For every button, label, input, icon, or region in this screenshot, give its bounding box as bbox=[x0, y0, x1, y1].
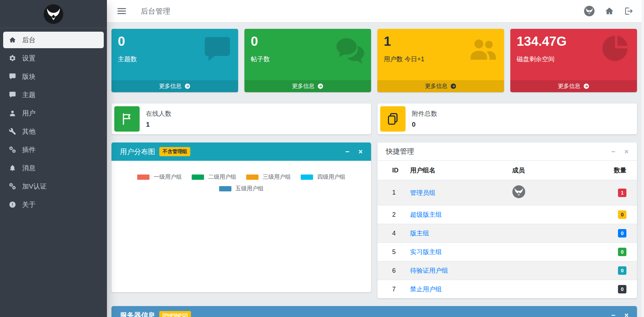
sidebar-item-dashboard[interactable]: 后台 bbox=[3, 32, 104, 48]
bell-icon bbox=[8, 164, 17, 172]
legend-item[interactable]: 三级用户组 bbox=[246, 173, 291, 181]
info-box: 在线人数 1 bbox=[111, 103, 371, 134]
legend-item[interactable]: 二级用户组 bbox=[192, 173, 236, 181]
comment-icon bbox=[8, 91, 17, 99]
page-title: 后台管理 bbox=[141, 6, 170, 16]
usergroup-row: 4 版主组 0 bbox=[377, 224, 637, 243]
info-boxes-row: 在线人数 1 附件总数 0 bbox=[111, 103, 639, 134]
sidebar-item-other[interactable]: 其他 bbox=[3, 123, 104, 140]
info-box-label: 附件总数 bbox=[412, 109, 437, 118]
group-id: 6 bbox=[377, 261, 404, 280]
sidebar-item-users[interactable]: 用户 bbox=[3, 105, 104, 121]
legend-item[interactable]: 四级用户组 bbox=[301, 173, 345, 181]
cogs-icon bbox=[8, 146, 17, 154]
usergroup-table: ID用户组名成员数量 1 管理员组 1 2 超级版主组 bbox=[377, 161, 637, 298]
pie-icon bbox=[601, 34, 631, 65]
comments-icon bbox=[335, 34, 365, 65]
column-header: 数量 bbox=[595, 161, 637, 180]
column-header: 用户组名 bbox=[404, 161, 506, 180]
minimize-button[interactable]: − bbox=[345, 148, 350, 155]
count-badge: 0 bbox=[618, 229, 626, 237]
group-name-link[interactable]: 超级版主组 bbox=[410, 211, 442, 218]
sidebar-item-forums[interactable]: 版块 bbox=[3, 68, 104, 85]
column-header: ID bbox=[377, 161, 404, 180]
close-button[interactable]: × bbox=[624, 312, 629, 317]
arrow-circle-right-icon bbox=[184, 83, 191, 89]
close-button[interactable]: × bbox=[358, 148, 363, 155]
top-navbar: 后台管理 bbox=[107, 0, 644, 23]
home-icon bbox=[8, 36, 17, 44]
stat-card: 0 主题数 更多信息 bbox=[111, 29, 238, 92]
legend-swatch bbox=[192, 175, 204, 180]
more-info-link[interactable]: 更多信息 bbox=[377, 80, 504, 92]
count-badge: 1 bbox=[618, 189, 626, 197]
gear-icon bbox=[8, 55, 17, 62]
server-info-header: 服务器信息 [PHPINFO] − × bbox=[111, 306, 637, 317]
panel-title: 快捷管理 bbox=[386, 147, 414, 156]
sidebar-item-about[interactable]: 关于 bbox=[3, 196, 104, 213]
legend-swatch bbox=[246, 175, 259, 180]
sidebar-item-messages[interactable]: 消息 bbox=[3, 160, 104, 176]
signout-icon[interactable] bbox=[624, 6, 633, 16]
panel-title: 服务器信息 bbox=[120, 311, 155, 317]
count-badge: 0 bbox=[618, 266, 626, 275]
usergroup-row: 1 管理员组 1 bbox=[377, 180, 637, 205]
sidebar-item-verify[interactable]: 加V认证 bbox=[3, 178, 104, 195]
legend-label: 四级用户组 bbox=[317, 173, 345, 181]
usergroup-row: 5 实习版主组 0 bbox=[377, 243, 637, 261]
phpinfo-badge[interactable]: [PHPINFO] bbox=[159, 311, 191, 317]
group-id: 4 bbox=[377, 224, 404, 243]
legend-item[interactable]: 一级用户组 bbox=[137, 173, 182, 181]
quick-manage-header: 快捷管理 − × bbox=[377, 142, 637, 161]
home-icon[interactable] bbox=[605, 6, 614, 16]
sidebar-menu: 后台 设置 版块 主题 用户 其他 插件 消息 加V认证 关于 bbox=[0, 28, 107, 218]
group-name-link[interactable]: 实习版主组 bbox=[410, 248, 442, 255]
navbar-actions bbox=[584, 6, 633, 17]
wrench-icon bbox=[8, 128, 17, 135]
more-info-link[interactable]: 更多信息 bbox=[244, 80, 371, 92]
info-box-value: 0 bbox=[412, 121, 437, 128]
legend-swatch bbox=[219, 186, 231, 191]
group-name-link[interactable]: 管理员组 bbox=[410, 189, 435, 196]
more-info-link[interactable]: 更多信息 bbox=[111, 80, 238, 92]
usergroup-row: 2 超级版主组 0 bbox=[377, 205, 637, 224]
sidebar-item-topics[interactable]: 主题 bbox=[3, 87, 104, 103]
chart-legend-row-1: 一级用户组 二级用户组 三级用户组 四级用户组 bbox=[111, 173, 371, 181]
member-avatar[interactable] bbox=[512, 185, 525, 198]
user-distribution-header: 用户分布图 不含管理组 − × bbox=[111, 142, 371, 161]
panels-row: 用户分布图 不含管理组 − × 一级用户组 二级用户组 三级用户组 四级用户组 bbox=[111, 142, 639, 298]
panel-title: 用户分布图 bbox=[120, 147, 155, 157]
menu-toggle-icon[interactable] bbox=[117, 8, 126, 14]
chart-legend-row-2: 五级用户组 bbox=[111, 185, 371, 192]
brand-logo[interactable] bbox=[0, 0, 107, 28]
group-id: 7 bbox=[377, 280, 404, 299]
usergroup-row: 7 禁止用户组 0 bbox=[377, 280, 637, 299]
user-distribution-panel: 用户分布图 不含管理组 − × 一级用户组 二级用户组 三级用户组 四级用户组 bbox=[111, 142, 371, 292]
stat-cards-row: 0 主题数 更多信息 0 帖子数 更多信息 1 用户数 今日+1 更多信息 bbox=[111, 29, 639, 92]
legend-label: 二级用户组 bbox=[208, 173, 236, 181]
close-button[interactable]: × bbox=[624, 148, 629, 155]
flag-icon bbox=[114, 106, 140, 132]
legend-label: 五级用户组 bbox=[236, 185, 264, 192]
group-name-link[interactable]: 禁止用户组 bbox=[410, 286, 442, 293]
user-icon bbox=[8, 109, 17, 117]
group-id: 2 bbox=[377, 205, 404, 224]
minimize-button[interactable]: − bbox=[611, 312, 616, 317]
legend-swatch bbox=[137, 175, 149, 180]
legend-item[interactable]: 五级用户组 bbox=[219, 185, 264, 192]
more-info-link[interactable]: 更多信息 bbox=[510, 80, 637, 92]
scrollbar-track[interactable] bbox=[642, 0, 644, 317]
comment-icon bbox=[8, 73, 17, 81]
app-root: 后台 设置 版块 主题 用户 其他 插件 消息 加V认证 关于 后台管理 bbox=[0, 0, 644, 317]
exclude-admin-badge: 不含管理组 bbox=[159, 147, 190, 156]
sidebar-item-settings[interactable]: 设置 bbox=[3, 50, 104, 66]
user-avatar[interactable] bbox=[584, 6, 595, 17]
group-name-link[interactable]: 版主组 bbox=[410, 230, 429, 237]
cogs-icon bbox=[8, 183, 17, 190]
minimize-button[interactable]: − bbox=[611, 148, 616, 155]
copy-icon bbox=[380, 106, 406, 132]
content: 0 主题数 更多信息 0 帖子数 更多信息 1 用户数 今日+1 更多信息 bbox=[107, 23, 644, 317]
group-name-link[interactable]: 待验证用户组 bbox=[410, 267, 448, 274]
sidebar-item-plugins[interactable]: 插件 bbox=[3, 141, 104, 158]
stat-card: 134.47G 磁盘剩余空间 更多信息 bbox=[510, 29, 637, 92]
